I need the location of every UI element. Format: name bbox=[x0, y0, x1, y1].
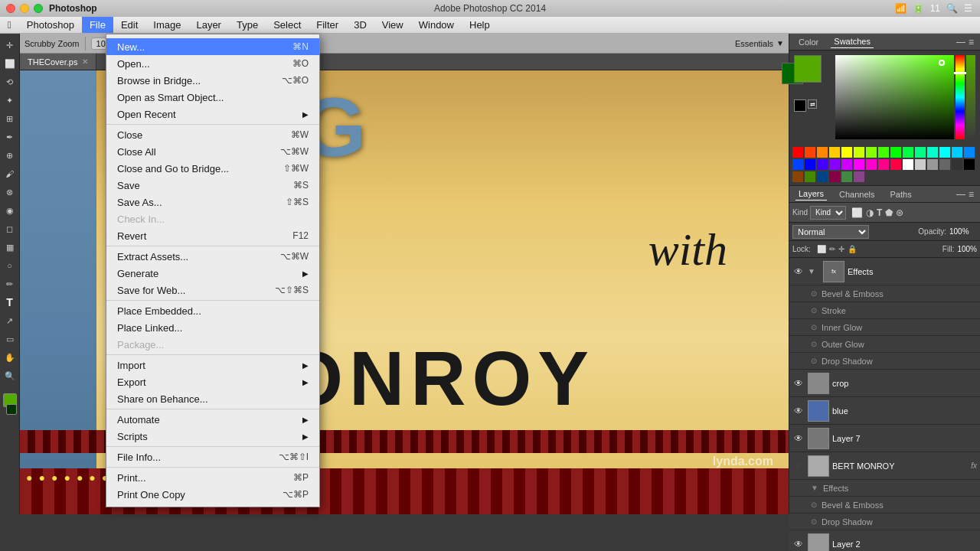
swatch-cell[interactable] bbox=[841, 147, 852, 158]
eyedropper-tool[interactable]: ✒ bbox=[2, 129, 18, 145]
swatch-cell[interactable] bbox=[878, 147, 889, 158]
layers-panel-options[interactable]: ≡ bbox=[969, 189, 974, 200]
sub-item-bevel[interactable]: ⊙ Bevel & Emboss bbox=[789, 285, 980, 302]
menu-icon[interactable]: ☰ bbox=[964, 3, 972, 14]
filter-type-icon[interactable]: T bbox=[877, 207, 882, 218]
menu-type[interactable]: Type bbox=[229, 17, 266, 33]
hue-slider[interactable] bbox=[956, 55, 965, 139]
swatch-cell[interactable] bbox=[854, 171, 864, 182]
menu-file-info[interactable]: File Info... ⌥⌘⇧I bbox=[106, 448, 319, 465]
swatch-cell[interactable] bbox=[841, 171, 852, 182]
menu-automate[interactable]: Automate ▶ bbox=[106, 411, 319, 428]
background-color[interactable] bbox=[6, 404, 17, 415]
menu-open-recent[interactable]: Open Recent ▶ bbox=[106, 106, 319, 122]
menu-place-linked[interactable]: Place Linked... bbox=[106, 319, 319, 336]
fill-value[interactable]: 100% bbox=[957, 245, 977, 253]
brush-tool[interactable]: 🖌 bbox=[2, 165, 18, 182]
filter-shape-icon[interactable]: ⬟ bbox=[885, 207, 893, 218]
sub-item-bert-bevel[interactable]: ⊙ Bevel & Emboss bbox=[789, 497, 980, 514]
menu-filter[interactable]: Filter bbox=[309, 17, 346, 33]
menu-image[interactable]: Image bbox=[145, 17, 188, 33]
menu-window[interactable]: Window bbox=[411, 17, 462, 33]
layer-visibility-layer2[interactable]: 👁 bbox=[792, 538, 805, 550]
gradient-tool[interactable]: ▦ bbox=[2, 239, 18, 256]
swatch-cell[interactable] bbox=[915, 159, 926, 170]
kind-select[interactable]: Kind bbox=[810, 206, 846, 220]
layer-item-blue[interactable]: 👁 blue bbox=[789, 397, 980, 425]
swatch-cell[interactable] bbox=[964, 159, 975, 170]
swatch-cell[interactable] bbox=[927, 147, 938, 158]
swatch-cell[interactable] bbox=[805, 171, 815, 182]
canvas-tab-close[interactable]: ✕ bbox=[82, 57, 88, 66]
swatch-cell[interactable] bbox=[878, 159, 889, 170]
menu-view[interactable]: View bbox=[374, 17, 411, 33]
swatch-cell[interactable] bbox=[817, 147, 828, 158]
lock-all-icon[interactable]: 🔒 bbox=[848, 245, 857, 253]
swatch-cell[interactable] bbox=[903, 147, 913, 158]
menu-edit[interactable]: Edit bbox=[113, 17, 145, 33]
menu-apple[interactable]:  bbox=[0, 17, 19, 33]
clone-tool[interactable]: ⊗ bbox=[2, 184, 18, 201]
color-gradient[interactable] bbox=[835, 55, 954, 139]
history-tool[interactable]: ◉ bbox=[2, 202, 18, 219]
menu-help[interactable]: Help bbox=[462, 17, 498, 33]
blend-mode-select[interactable]: Normal Multiply Screen bbox=[792, 225, 869, 239]
layer-item-effects-group[interactable]: 👁 ▼ fx Effects bbox=[789, 258, 980, 285]
pen-tool[interactable]: ✏ bbox=[2, 276, 18, 292]
effects-expand-arrow[interactable]: ▼ bbox=[808, 267, 820, 276]
menu-export[interactable]: Export ▶ bbox=[106, 373, 319, 390]
canvas-tab-thecover[interactable]: THECover.ps ✕ bbox=[20, 54, 96, 70]
filter-smart-icon[interactable]: ⊛ bbox=[896, 207, 903, 218]
quick-select-tool[interactable]: ✦ bbox=[2, 92, 18, 109]
hand-tool[interactable]: ✋ bbox=[2, 349, 18, 366]
menu-browse[interactable]: Browse in Bridge... ⌥⌘O bbox=[106, 72, 319, 89]
tab-channels[interactable]: Channels bbox=[836, 188, 877, 201]
panel-minimize-icon[interactable]: — bbox=[956, 37, 965, 47]
layer-visibility-blue[interactable]: 👁 bbox=[792, 405, 805, 417]
menu-layer[interactable]: Layer bbox=[188, 17, 229, 33]
type-tool[interactable]: T bbox=[2, 294, 18, 311]
menu-share-behance[interactable]: Share on Behance... bbox=[106, 390, 319, 407]
swatch-cell[interactable] bbox=[903, 159, 913, 170]
menu-new[interactable]: New... ⌘N bbox=[106, 38, 319, 55]
set-black-white[interactable] bbox=[794, 99, 806, 112]
swatch-cell[interactable] bbox=[854, 159, 864, 170]
menu-close-go-bridge[interactable]: Close and Go to Bridge... ⇧⌘W bbox=[106, 160, 319, 177]
tab-paths[interactable]: Paths bbox=[887, 188, 915, 201]
menu-generate[interactable]: Generate ▶ bbox=[106, 265, 319, 282]
swatch-cell[interactable] bbox=[964, 147, 975, 158]
lasso-tool[interactable]: ⟲ bbox=[2, 73, 18, 90]
menu-save-for-web[interactable]: Save for Web... ⌥⇧⌘S bbox=[106, 282, 319, 298]
sub-item-bert-drop-shadow[interactable]: ⊙ Drop Shadow bbox=[789, 514, 980, 530]
filter-pixel-icon[interactable]: ⬜ bbox=[851, 207, 863, 218]
menu-import[interactable]: Import ▶ bbox=[106, 357, 319, 373]
menu-print-one-copy[interactable]: Print One Copy ⌥⌘P bbox=[106, 486, 319, 503]
sub-item-inner-glow[interactable]: ⊙ Inner Glow bbox=[789, 319, 980, 336]
menu-3d[interactable]: 3D bbox=[346, 17, 374, 33]
menu-extract-assets[interactable]: Extract Assets... ⌥⌘W bbox=[106, 248, 319, 265]
eraser-tool[interactable]: ◻ bbox=[2, 220, 18, 237]
swatch-cell[interactable] bbox=[829, 147, 840, 158]
tab-color[interactable]: Color bbox=[795, 36, 822, 48]
swap-colors[interactable]: ⇄ bbox=[808, 99, 817, 109]
panel-options-icon[interactable]: ≡ bbox=[969, 37, 974, 47]
layer-item-layer2[interactable]: 👁 Layer 2 bbox=[789, 530, 980, 551]
menu-select[interactable]: Select bbox=[266, 17, 309, 33]
swatch-cell[interactable] bbox=[792, 159, 803, 170]
swatch-cell[interactable] bbox=[866, 159, 877, 170]
swatch-cell[interactable] bbox=[939, 159, 950, 170]
opacity-value[interactable]: 100% bbox=[949, 227, 977, 236]
sub-item-stroke[interactable]: ⊙ Stroke bbox=[789, 302, 980, 319]
swatch-cell[interactable] bbox=[866, 147, 877, 158]
alpha-slider[interactable] bbox=[966, 55, 975, 139]
lock-transparent-icon[interactable]: ⬜ bbox=[817, 245, 826, 253]
layer-fx-icon[interactable]: fx bbox=[971, 461, 977, 470]
layer-item-crop[interactable]: 👁 crop bbox=[789, 370, 980, 397]
marquee-tool[interactable]: ⬜ bbox=[2, 55, 18, 72]
tab-swatches[interactable]: Swatches bbox=[831, 35, 874, 48]
lock-position-icon[interactable]: ✛ bbox=[838, 245, 844, 253]
heal-tool[interactable]: ⊕ bbox=[2, 147, 18, 164]
layers-panel-minimize[interactable]: — bbox=[956, 189, 965, 200]
crop-tool[interactable]: ⊞ bbox=[2, 110, 18, 127]
swatch-cell[interactable] bbox=[817, 171, 828, 182]
